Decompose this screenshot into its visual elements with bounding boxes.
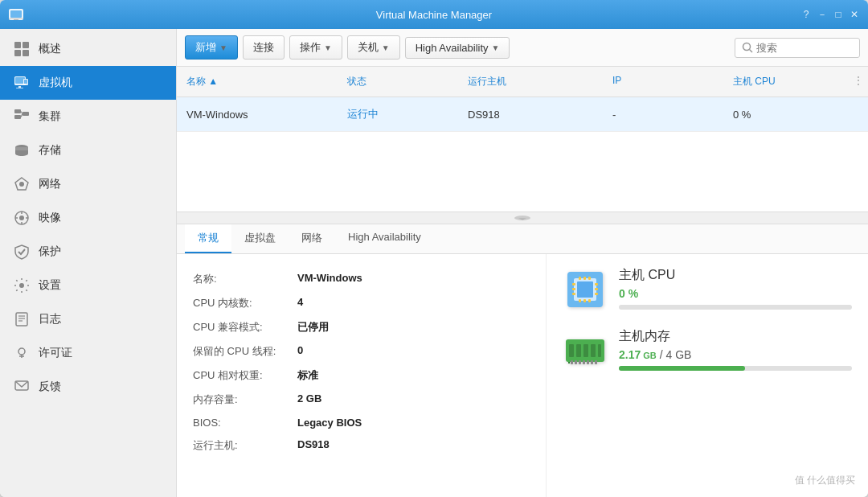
svg-rect-51 bbox=[588, 277, 591, 280]
protect-icon bbox=[13, 243, 31, 261]
svg-rect-48 bbox=[595, 293, 598, 295]
search-box[interactable] bbox=[735, 38, 860, 58]
svg-rect-68 bbox=[568, 362, 570, 364]
svg-rect-29 bbox=[16, 313, 27, 326]
svg-rect-10 bbox=[18, 86, 21, 88]
table-row[interactable]: VM-Windows 运行中 DS918 - 0 % bbox=[177, 97, 868, 132]
svg-rect-49 bbox=[579, 277, 581, 280]
minimize-button[interactable]: － bbox=[817, 9, 828, 20]
detail-fields: 名称: VM-Windows CPU 内核数: 4 CPU 兼容模式: 已停用 bbox=[177, 254, 547, 497]
svg-rect-53 bbox=[583, 299, 586, 302]
sidebar-item-log[interactable]: 日志 bbox=[0, 302, 176, 336]
field-label-name: 名称: bbox=[193, 272, 297, 286]
memory-resource-title: 主机内存 bbox=[619, 328, 852, 345]
tab-ha[interactable]: High Availability bbox=[335, 224, 434, 253]
shutdown-button[interactable]: 关机 ▼ bbox=[347, 35, 400, 60]
cpu-resource-title: 主机 CPU bbox=[619, 267, 852, 284]
cpu-resource-card: 主机 CPU 0 % bbox=[563, 267, 852, 312]
new-button[interactable]: 新增 ▼ bbox=[185, 35, 238, 60]
col-header-cpu: 主机 CPU bbox=[723, 72, 844, 92]
field-value-name: VM-Windows bbox=[297, 272, 362, 286]
sidebar-item-storage[interactable]: 存储 bbox=[0, 133, 176, 167]
sidebar-item-image[interactable]: 映像 bbox=[0, 201, 176, 235]
sidebar-label-storage: 存储 bbox=[39, 143, 61, 158]
sidebar-label-feedback: 反馈 bbox=[39, 380, 61, 394]
svg-line-17 bbox=[21, 112, 23, 114]
svg-rect-57 bbox=[576, 344, 581, 357]
memory-resource-card: 主机内存 2.17 GB / 4 GB bbox=[563, 328, 852, 373]
vm-ip: - bbox=[603, 105, 723, 124]
svg-rect-58 bbox=[583, 344, 588, 357]
svg-rect-43 bbox=[572, 283, 575, 285]
watermark: 值 什么值得买 bbox=[795, 474, 855, 487]
vm-cpu: 0 % bbox=[723, 105, 868, 124]
close-button[interactable]: ✕ bbox=[849, 9, 860, 20]
svg-rect-50 bbox=[583, 277, 586, 280]
search-input[interactable] bbox=[756, 42, 853, 54]
field-value-cpu-cores: 4 bbox=[297, 296, 303, 310]
svg-rect-13 bbox=[24, 80, 27, 84]
field-value-memory: 2 GB bbox=[297, 392, 321, 407]
window-controls: ? － □ ✕ bbox=[800, 9, 860, 20]
col-header-host: 运行主机 bbox=[458, 72, 603, 92]
detail-row-cpu-cores: CPU 内核数: 4 bbox=[193, 291, 530, 315]
help-button[interactable]: ? bbox=[800, 9, 812, 20]
svg-rect-66 bbox=[591, 360, 593, 364]
sidebar: 概述 虚拟机 集群 存储 bbox=[0, 29, 177, 497]
sidebar-item-license[interactable]: 许可证 bbox=[0, 336, 176, 370]
col-header-status: 状态 bbox=[338, 72, 458, 92]
memory-resource-value: 2.17 GB / 4 GB bbox=[619, 348, 852, 361]
memory-resource-icon bbox=[563, 328, 608, 373]
connect-button[interactable]: 连接 bbox=[243, 35, 285, 60]
field-value-cpu-weight: 标准 bbox=[297, 368, 318, 383]
tab-vdisk[interactable]: 虚拟盘 bbox=[231, 224, 289, 253]
vm-host: DS918 bbox=[458, 105, 603, 124]
cpu-resource-value: 0 % bbox=[619, 287, 852, 300]
svg-rect-60 bbox=[598, 344, 601, 357]
main-area: 概述 虚拟机 集群 存储 bbox=[0, 29, 868, 497]
content-area: 新增 ▼ 连接 操作 ▼ 关机 ▼ High Availability ▼ bbox=[177, 29, 868, 497]
operate-button[interactable]: 操作 ▼ bbox=[289, 35, 342, 60]
svg-point-23 bbox=[19, 216, 24, 220]
image-icon bbox=[13, 209, 31, 227]
sidebar-item-protect[interactable]: 保护 bbox=[0, 235, 176, 269]
search-icon bbox=[742, 42, 753, 53]
detail-content: 名称: VM-Windows CPU 内核数: 4 CPU 兼容模式: 已停用 bbox=[177, 254, 868, 497]
detail-row-bios: BIOS: Legacy BIOS bbox=[193, 412, 530, 433]
col-header-more[interactable]: ⋮ bbox=[844, 72, 868, 92]
sidebar-item-feedback[interactable]: 反馈 bbox=[0, 370, 176, 404]
svg-rect-56 bbox=[569, 344, 574, 357]
memory-progress-fill bbox=[619, 366, 745, 371]
sidebar-item-vm[interactable]: 虚拟机 bbox=[0, 66, 176, 100]
sidebar-label-settings: 设置 bbox=[39, 278, 61, 293]
svg-point-28 bbox=[19, 283, 24, 288]
sidebar-label-vm: 虚拟机 bbox=[39, 76, 72, 90]
svg-rect-42 bbox=[577, 281, 593, 298]
sidebar-item-network[interactable]: 网络 bbox=[0, 167, 176, 201]
divider-handle[interactable] bbox=[177, 212, 868, 224]
svg-rect-5 bbox=[23, 42, 29, 48]
col-header-name: 名称 ▲ bbox=[177, 72, 338, 92]
detail-row-name: 名称: VM-Windows bbox=[193, 267, 530, 291]
svg-rect-45 bbox=[572, 293, 575, 295]
svg-rect-7 bbox=[23, 50, 29, 56]
sidebar-item-cluster[interactable]: 集群 bbox=[0, 100, 176, 133]
sidebar-item-overview[interactable]: 概述 bbox=[0, 32, 176, 66]
ha-button[interactable]: High Availability ▼ bbox=[405, 37, 510, 59]
storage-icon bbox=[13, 142, 31, 159]
svg-rect-62 bbox=[575, 360, 577, 364]
svg-rect-2 bbox=[9, 18, 23, 19]
svg-rect-11 bbox=[16, 88, 23, 88]
svg-point-37 bbox=[743, 43, 751, 51]
detail-row-cpu-reserve: 保留的 CPU 线程: 0 bbox=[193, 339, 530, 364]
maximize-button[interactable]: □ bbox=[833, 9, 844, 20]
field-label-cpu-weight: CPU 相对权重: bbox=[193, 368, 297, 383]
detail-row-cpu-weight: CPU 相对权重: 标准 bbox=[193, 364, 530, 388]
sidebar-label-log: 日志 bbox=[39, 312, 61, 327]
tab-network[interactable]: 网络 bbox=[289, 224, 335, 253]
tab-general[interactable]: 常规 bbox=[185, 224, 231, 253]
svg-point-21 bbox=[19, 182, 24, 187]
network-icon bbox=[13, 175, 31, 193]
sidebar-item-settings[interactable]: 设置 bbox=[0, 269, 176, 302]
new-button-arrow: ▼ bbox=[219, 43, 227, 52]
